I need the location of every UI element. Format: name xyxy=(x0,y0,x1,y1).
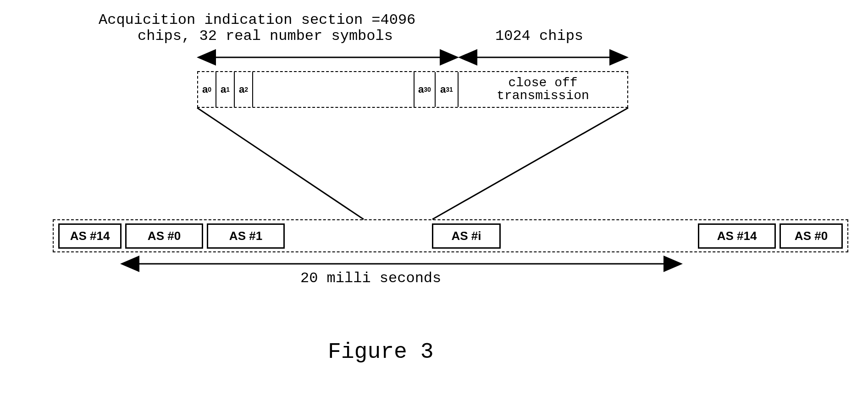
close-off-line2: transmission xyxy=(497,89,589,102)
figure-caption: Figure 3 xyxy=(328,340,433,364)
svg-line-2 xyxy=(197,108,364,219)
svg-line-3 xyxy=(432,108,628,219)
symbol-a30: a30 xyxy=(414,72,436,107)
slot-as0-next: AS #0 xyxy=(780,223,843,249)
duration-label: 20 milli seconds xyxy=(300,270,441,287)
chips-1024-label: 1024 chips xyxy=(495,28,583,45)
slot-as14-prev: AS #14 xyxy=(58,223,122,249)
slot-as0: AS #0 xyxy=(125,223,203,249)
symbol-a2: a2 xyxy=(235,72,253,107)
dimension-arrows xyxy=(9,9,857,390)
acquisition-label-line1: Acquicition indication section =4096 xyxy=(99,11,415,28)
acquisition-label-line2: chips, 32 real number symbols xyxy=(138,28,393,45)
access-slot-detail: a0 a1 a2 a30 a31 close off transmission xyxy=(197,71,628,108)
symbol-ellipsis-gap xyxy=(253,72,414,107)
close-off-line1: close off xyxy=(508,77,577,89)
slot-as1: AS #1 xyxy=(207,223,285,249)
access-slot-sequence: AS #14 AS #0 AS #1 AS #i AS #14 AS #0 xyxy=(53,219,848,252)
close-off-transmission-cell: close off transmission xyxy=(458,72,627,107)
slot-asi: AS #i xyxy=(432,223,501,249)
frame-structure-diagram: Acquicition indication section =4096 chi… xyxy=(9,9,857,390)
symbol-a31: a31 xyxy=(436,72,458,107)
symbol-a1: a1 xyxy=(216,72,235,107)
symbol-a0: a0 xyxy=(198,72,216,107)
slot-as14: AS #14 xyxy=(698,223,776,249)
